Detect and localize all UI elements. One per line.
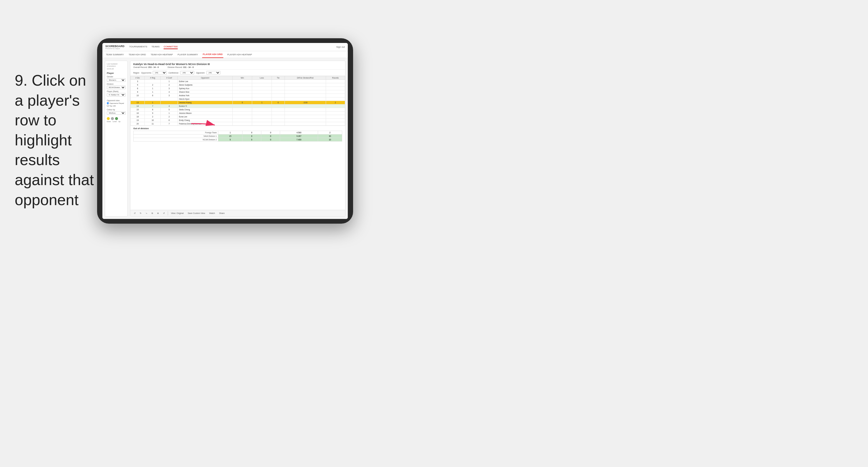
grid-header-row: # Div # Reg # Conf Opponent Win Loss Tie… bbox=[131, 76, 345, 80]
header-conf: # Conf bbox=[161, 76, 178, 80]
table-row[interactable]: 522Alexis Sudjianto bbox=[131, 83, 345, 87]
sidebar-player-section: Player bbox=[107, 72, 126, 74]
filters-row: Region Opponents: (All) Conference (All)… bbox=[130, 70, 345, 76]
header-opponent: Opponent bbox=[178, 76, 233, 80]
table-row[interactable]: 914Sharon Mun bbox=[131, 90, 345, 94]
header-reg: # Reg bbox=[145, 76, 161, 80]
out-division-title: Out of division bbox=[133, 127, 342, 130]
sidebar-timestamp: Last Updated: 27/03/202416:55:28 bbox=[107, 63, 126, 70]
main-content: Last Updated: 27/03/202416:55:28 Player … bbox=[102, 58, 348, 219]
division-select[interactable]: NCAA Division III bbox=[107, 86, 126, 89]
player-rank-select[interactable]: 8. Katelyn Vo bbox=[107, 93, 126, 96]
table-row[interactable]: 1474Eunice Yi bbox=[131, 104, 345, 108]
redo-btn[interactable]: ↻ bbox=[138, 212, 143, 215]
step-number: 9. bbox=[15, 72, 27, 89]
subnav-player-h2h-grid[interactable]: PLAYER H2H GRID bbox=[202, 51, 223, 58]
table-row[interactable]: 1585Stella Cheng bbox=[131, 108, 345, 112]
nav-tournaments[interactable]: TOURNAMENTS bbox=[129, 45, 147, 49]
conference-filter-select[interactable]: (All) bbox=[180, 71, 194, 74]
opponents-filter-group: Opponents: (All) bbox=[141, 71, 167, 74]
colour-by-section: Colour by Win/loss Down Level Up bbox=[107, 108, 126, 122]
tablet-frame: SCOREBOARD Powered by clippd TOURNAMENTS… bbox=[97, 38, 353, 224]
share-btn[interactable]: Share bbox=[218, 212, 226, 215]
table-row[interactable]: 19106Emily Chang bbox=[131, 119, 345, 122]
player-grid-table: # Div # Reg # Conf Opponent Win Loss Tie… bbox=[130, 76, 345, 126]
subnav-team-h2h-grid[interactable]: TEAM H2H GRID bbox=[128, 51, 147, 58]
subnav-team-h2h-heatmap[interactable]: TEAM H2H HEATMAP bbox=[150, 51, 174, 58]
tablet-screen: SCOREBOARD Powered by clippd TOURNAMENTS… bbox=[102, 43, 348, 219]
header-rounds: Rounds bbox=[326, 76, 345, 80]
opponent-view-label: Opponent view bbox=[107, 99, 126, 101]
legend-dot-level bbox=[111, 117, 114, 120]
annotation-body: Click on a player's row to highlight res… bbox=[15, 72, 94, 208]
nav-links: TOURNAMENTS TEAMS COMMITTEE bbox=[129, 45, 336, 49]
overall-record-value: 353 - 34 - 6 bbox=[148, 66, 159, 68]
radio-top-100[interactable]: Top 100 bbox=[107, 105, 126, 107]
out-of-division-section: Out of division Foreign Team1004.5002NAI… bbox=[130, 126, 345, 143]
grid-scroll: # Div # Reg # Conf Opponent Win Loss Tie… bbox=[130, 76, 345, 210]
opponent-filter-select[interactable]: (All) bbox=[206, 71, 220, 74]
conference-section-label: Conference bbox=[168, 72, 179, 74]
watch-btn[interactable]: Watch bbox=[208, 212, 216, 215]
region-section-label: Region bbox=[133, 72, 140, 74]
records-row: Overall Record: 353 - 34 - 6 Division Re… bbox=[133, 66, 342, 68]
table-row[interactable]: 1822Euna Lee bbox=[131, 115, 345, 119]
subnav-team-summary[interactable]: TEAM SUMMARY bbox=[105, 51, 124, 58]
content-header: Katelyn Vo Head-to-Head Grid for Women's… bbox=[130, 61, 345, 70]
paste-btn[interactable]: ⊕ bbox=[156, 212, 160, 215]
player-rank-label: Player (Rank) bbox=[107, 90, 126, 92]
division-row: Foreign Team1004.5002 bbox=[133, 131, 342, 134]
forward-btn[interactable]: ⤿ bbox=[145, 212, 149, 215]
division-table: Foreign Team1004.5002NAIA Division 11500… bbox=[133, 131, 342, 142]
nav-bar: SCOREBOARD Powered by clippd TOURNAMENTS… bbox=[102, 43, 348, 51]
subnav-player-summary[interactable]: PLAYER SUMMARY bbox=[177, 51, 198, 58]
legend-dot-down bbox=[107, 117, 110, 120]
sidebar: Last Updated: 27/03/202416:55:28 Player … bbox=[105, 61, 128, 217]
nav-teams[interactable]: TEAMS bbox=[152, 45, 160, 49]
header-diff: Diff Av Strokes/Rnd bbox=[285, 76, 326, 80]
table-row[interactable]: 1691Jessica Mason bbox=[131, 112, 345, 115]
opponent-view-section: Opponent view Opponents Played Top 100 bbox=[107, 99, 126, 107]
opponent-section-label: Opponent bbox=[196, 72, 205, 74]
overall-record-label: Overall Record: bbox=[133, 66, 148, 68]
radio-opponents-played[interactable]: Opponents Played bbox=[107, 102, 126, 104]
gender-label: Gender bbox=[107, 75, 126, 78]
division-record-label: Division Record: bbox=[167, 66, 182, 68]
sub-nav: TEAM SUMMARY TEAM H2H GRID TEAM H2H HEAT… bbox=[102, 51, 348, 58]
view-original-btn[interactable]: View: Original bbox=[170, 212, 185, 215]
table-row[interactable]: 613Sydney Kuo bbox=[131, 87, 345, 90]
header-win: Win bbox=[232, 76, 252, 80]
division-row: NCAA Division 25007.40010 bbox=[133, 138, 342, 142]
table-row[interactable]: 1063Andrea York bbox=[131, 94, 345, 97]
save-custom-btn[interactable]: Save Custom View bbox=[187, 212, 206, 215]
opponents-select[interactable]: (All) bbox=[153, 71, 167, 74]
grid-title: Katelyn Vo Head-to-Head Grid for Women's… bbox=[133, 63, 342, 66]
copy-btn[interactable]: ⧉ bbox=[150, 212, 154, 215]
colour-by-label: Colour by bbox=[107, 108, 126, 111]
colour-by-select[interactable]: Win/loss bbox=[107, 111, 126, 115]
brand-logo: SCOREBOARD Powered by clippd bbox=[105, 45, 124, 50]
undo-btn[interactable]: ↺ bbox=[133, 212, 137, 215]
toolbar-sep1 bbox=[168, 211, 168, 215]
division-row: NAIA Division 115009.26730 bbox=[133, 134, 342, 138]
content-area: Katelyn Vo Head-to-Head Grid for Women's… bbox=[130, 61, 345, 217]
subnav-player-h2h-heatmap[interactable]: PLAYER H2H HEATMAP bbox=[227, 51, 253, 58]
header-loss: Loss bbox=[252, 76, 272, 80]
opponents-label: Opponents: bbox=[141, 72, 152, 74]
table-row[interactable]: 31Esther Lee bbox=[131, 80, 345, 83]
table-row[interactable]: HeeJo Hyun bbox=[131, 97, 345, 101]
header-div: # Div bbox=[131, 76, 145, 80]
toolbar: ↺ ↻ ⤿ ⧉ ⊕ ↺ View: Original Save Custom V… bbox=[130, 210, 345, 216]
gender-select[interactable]: Women's bbox=[107, 78, 126, 82]
header-tie: Tie bbox=[272, 76, 284, 80]
table-row[interactable]: 20117Federica Domecq Lacroze bbox=[131, 122, 345, 126]
division-record-value: 331 - 34 - 6 bbox=[183, 66, 194, 68]
nav-committee[interactable]: COMMITTEE bbox=[164, 45, 178, 49]
table-row[interactable]: 131Jessica Huang010-3.002 bbox=[131, 101, 345, 104]
legend-dot-up bbox=[115, 117, 118, 120]
annotation-text: 9. Click on a player's row to highlight … bbox=[15, 71, 94, 210]
refresh-btn[interactable]: ↺ bbox=[162, 212, 166, 215]
sign-out-link[interactable]: Sign out bbox=[336, 45, 345, 48]
division-label: Division bbox=[107, 83, 126, 85]
